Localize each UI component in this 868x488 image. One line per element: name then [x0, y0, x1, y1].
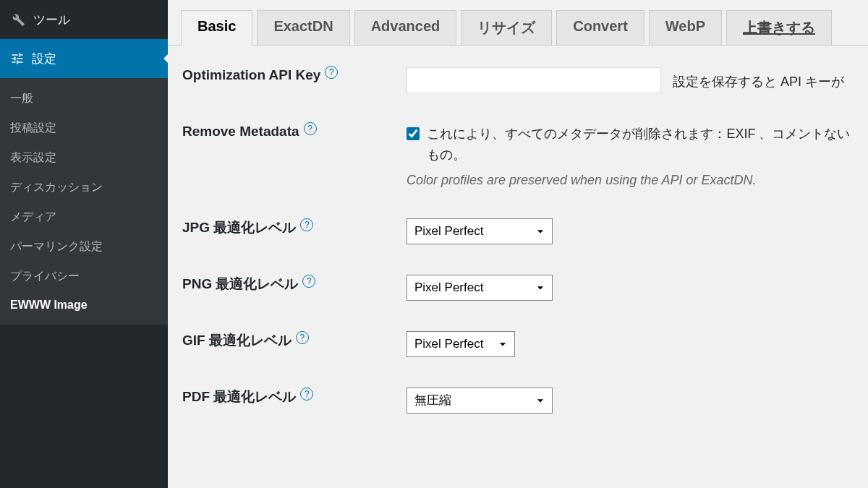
label-api-key: Optimization API Key ? [182, 67, 407, 83]
submenu-item-privacy[interactable]: プライバシー [0, 262, 168, 291]
wrench-icon [10, 12, 26, 27]
row-jpg-level: JPG 最適化レベル ? Pixel Perfect [182, 218, 854, 244]
sidebar-item-tools[interactable]: ツール [0, 0, 168, 39]
remove-metadata-note: Color profiles are preserved when using … [407, 173, 854, 188]
help-icon[interactable]: ? [325, 66, 338, 79]
tab-basic[interactable]: Basic [181, 10, 252, 46]
admin-sidebar: ツール 設定 一般 投稿設定 表示設定 ディスカッション メディア パーマリンク… [0, 0, 168, 488]
submenu-item-media[interactable]: メディア [0, 202, 168, 232]
tab-exactdn[interactable]: ExactDN [257, 10, 349, 45]
label-gif-level-text: GIF 最適化レベル [182, 331, 292, 350]
help-icon[interactable]: ? [300, 218, 313, 231]
jpg-level-select[interactable]: Pixel Perfect [407, 218, 553, 244]
label-pdf-level-text: PDF 最適化レベル [182, 388, 296, 406]
submenu-item-permalinks[interactable]: パーマリンク設定 [0, 232, 168, 262]
tab-webp[interactable]: WebP [649, 10, 722, 45]
row-gif-level: GIF 最適化レベル ? Pixel Perfect [182, 331, 854, 357]
sidebar-settings-label: 設定 [32, 51, 56, 67]
sidebar-item-settings[interactable]: 設定 [0, 39, 168, 78]
submenu-item-ewww[interactable]: EWWW Image [0, 291, 168, 319]
pdf-level-select[interactable]: 無圧縮 [407, 388, 553, 414]
label-gif-level: GIF 最適化レベル ? [182, 331, 407, 350]
label-remove-metadata-text: Remove Metadata [182, 124, 299, 140]
remove-metadata-checkbox[interactable] [407, 127, 420, 141]
settings-submenu: 一般 投稿設定 表示設定 ディスカッション メディア パーマリンク設定 プライバ… [0, 78, 168, 325]
remove-metadata-text: これにより、すべてのメタデータが削除されます：EXIF 、コメントないもの。 [427, 124, 854, 166]
submenu-item-general[interactable]: 一般 [0, 84, 168, 114]
label-remove-metadata: Remove Metadata ? [182, 124, 407, 140]
sliders-icon [10, 51, 25, 66]
gif-level-select[interactable]: Pixel Perfect [407, 331, 515, 357]
label-png-level-text: PNG 最適化レベル [182, 275, 298, 294]
png-level-select[interactable]: Pixel Perfect [407, 275, 553, 301]
tab-convert[interactable]: Convert [556, 10, 644, 45]
label-api-key-text: Optimization API Key [182, 67, 320, 83]
help-icon[interactable]: ? [296, 331, 309, 344]
settings-tabs: Basic ExactDN Advanced リサイズ Convert WebP… [168, 0, 868, 46]
tab-save[interactable]: 上書きする [726, 10, 832, 45]
help-icon[interactable]: ? [300, 388, 313, 401]
row-pdf-level: PDF 最適化レベル ? 無圧縮 [182, 388, 854, 414]
row-api-key: Optimization API Key ? 設定を保存すると API キーが [182, 67, 854, 93]
help-icon[interactable]: ? [302, 275, 315, 288]
sidebar-tools-label: ツール [33, 12, 70, 28]
submenu-item-discussion[interactable]: ディスカッション [0, 173, 168, 202]
row-png-level: PNG 最適化レベル ? Pixel Perfect [182, 275, 854, 301]
main-content: Basic ExactDN Advanced リサイズ Convert WebP… [168, 0, 868, 488]
label-jpg-level: JPG 最適化レベル ? [182, 218, 407, 237]
tab-advanced[interactable]: Advanced [354, 10, 457, 45]
submenu-item-writing[interactable]: 投稿設定 [0, 114, 168, 143]
api-key-hint: 設定を保存すると API キーが [673, 73, 844, 90]
api-key-input[interactable] [407, 67, 661, 93]
label-jpg-level-text: JPG 最適化レベル [182, 218, 296, 237]
label-pdf-level: PDF 最適化レベル ? [182, 388, 407, 406]
tab-resize[interactable]: リサイズ [461, 10, 552, 45]
submenu-item-reading[interactable]: 表示設定 [0, 143, 168, 173]
label-png-level: PNG 最適化レベル ? [182, 275, 407, 294]
row-remove-metadata: Remove Metadata ? これにより、すべてのメタデータが削除されます… [182, 124, 854, 188]
help-icon[interactable]: ? [304, 122, 317, 135]
form-area: Optimization API Key ? 設定を保存すると API キーが … [168, 46, 868, 466]
